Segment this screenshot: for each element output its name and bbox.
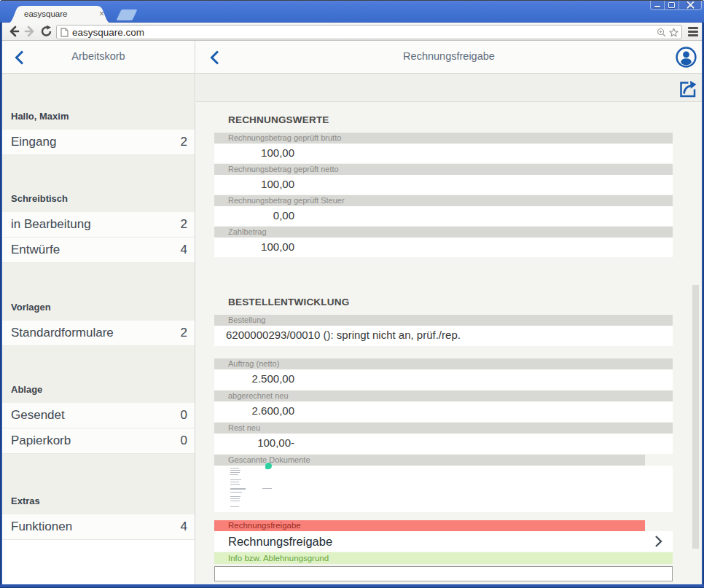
section-heading: RECHNUNGSWERTE xyxy=(228,114,702,127)
info-textarea[interactable] xyxy=(214,566,673,581)
sidebar-item[interactable]: Gesendet 0 xyxy=(2,403,195,428)
sidebar-item-label: Standardformulare xyxy=(11,326,114,340)
scan-text-line xyxy=(230,498,240,499)
field-value-row[interactable]: 2.600,00 xyxy=(214,401,673,422)
scan-text-line xyxy=(230,468,239,469)
sidebar-item[interactable]: Entwürfe 4 xyxy=(2,238,195,263)
form: RECHNUNGSWERTE Rechnungsbetrag geprüft b… xyxy=(196,102,702,581)
sidebar-item-count: 2 xyxy=(181,135,187,149)
sidebar-section-header: Hallo, Maxim xyxy=(2,74,195,130)
form-section: BESTELLENTWICKLUNG Bestellung 6200000293… xyxy=(196,258,702,581)
detail-header: Rechnungsfreigabe xyxy=(196,41,702,73)
field-value-row[interactable]: 2.500,00 xyxy=(214,369,673,390)
sidebar-item[interactable]: Eingang 2 xyxy=(2,130,195,155)
scan-text-line xyxy=(230,470,240,471)
menu-icon[interactable] xyxy=(688,27,698,36)
window-border-bottom xyxy=(0,584,704,588)
sidebar-item[interactable]: Standardformulare 2 xyxy=(2,321,195,346)
browser-titlebar[interactable]: easysquare × xyxy=(0,0,704,23)
maximize-button[interactable] xyxy=(664,1,678,9)
sidebar-item[interactable]: in Bearbeitung 2 xyxy=(2,212,195,238)
sidebar-item-label: Gesendet xyxy=(11,408,65,423)
page-icon xyxy=(60,28,69,37)
field-label-bar: Rechnungsbetrag geprüft netto xyxy=(214,164,673,175)
sidebar-item[interactable]: Papierkorb 0 xyxy=(2,428,195,454)
sidebar-item-count: 0 xyxy=(181,434,187,448)
star-icon[interactable] xyxy=(669,28,678,37)
field-label: Info bzw. Ablehnungsgrund xyxy=(228,554,329,562)
section-heading: BESTELLENTWICKLUNG xyxy=(228,297,702,309)
person-icon[interactable] xyxy=(676,47,697,68)
field-value-row[interactable]: 0,00 xyxy=(214,206,673,226)
scan-text-line xyxy=(230,506,239,507)
field-label-bar: Rechnungsbetrag geprüft Steuer xyxy=(214,195,673,206)
form-field: Rechnungsfreigabe Rechnungsfreigabe xyxy=(214,520,673,552)
app-body: Hallo, Maxim Eingang 2 Schreibtisch xyxy=(2,74,702,584)
back-icon[interactable] xyxy=(7,25,20,38)
field-label: Rechnungsfreigabe xyxy=(228,521,301,530)
form-field: Zahlbetrag 100,00 xyxy=(214,227,673,257)
minimize-icon xyxy=(654,6,660,7)
scrollbar-thumb[interactable] xyxy=(692,285,699,549)
field-value: 6200000293/00010 (): springt nicht an, p… xyxy=(226,329,461,341)
sidebar-section-header: Schreibtisch xyxy=(2,155,195,212)
field-value: 100,00 xyxy=(226,240,294,253)
field-value-row[interactable]: 100,00 xyxy=(214,144,673,163)
field-value: 2.500,00 xyxy=(226,372,294,385)
close-button[interactable] xyxy=(678,1,701,9)
field-label-bar: Zahlbetrag xyxy=(214,227,673,238)
sidebar-item[interactable]: Funktionen 4 xyxy=(2,514,195,540)
form-section: RECHNUNGSWERTE Rechnungsbetrag geprüft b… xyxy=(196,102,702,257)
scan-text-line xyxy=(230,482,239,482)
field-value: 100,00 xyxy=(226,146,294,159)
browser-tab[interactable]: easysquare × xyxy=(7,6,112,23)
sidebar-section: Extras Funktionen 4 xyxy=(2,454,195,540)
url-text: easysquare.com xyxy=(72,27,144,38)
reload-icon[interactable] xyxy=(40,25,53,38)
form-field: abgerechnet neu 2.600,00 xyxy=(214,391,673,422)
sidebar-section: Hallo, Maxim Eingang 2 xyxy=(2,74,195,155)
detail-toolbar xyxy=(196,74,702,102)
field-label-bar: Bestellung xyxy=(214,315,673,326)
sidebar-section-label: Schreibtisch xyxy=(11,193,68,204)
scan-text-line xyxy=(262,488,272,489)
field-value-row[interactable]: 100,00 xyxy=(214,175,673,195)
new-tab-button[interactable] xyxy=(117,9,138,20)
scan-text-line xyxy=(230,472,240,473)
zoom-icon[interactable] xyxy=(657,28,666,37)
sidebar-item-label: Papierkorb xyxy=(11,434,71,448)
sidebar-item-label: Entwürfe xyxy=(11,243,60,257)
scan-text-line xyxy=(230,492,242,493)
browser-window: easysquare × xyxy=(0,0,704,588)
field-label-bar: Rest neu xyxy=(214,423,673,434)
share-icon[interactable] xyxy=(676,77,697,98)
field-label-bar: Gescannte Dokumente xyxy=(214,455,645,466)
minimize-button[interactable] xyxy=(651,1,664,9)
scan-text-line xyxy=(230,479,241,480)
form-field: Auftrag (netto) 2.500,00 xyxy=(214,358,673,390)
field-label: Rechnungsbetrag geprüft netto xyxy=(228,165,339,173)
field-value-row[interactable]: 6200000293/00010 (): springt nicht an, p… xyxy=(214,326,673,346)
field-value: 100,00- xyxy=(226,436,294,449)
sidebar-item-label: Eingang xyxy=(11,135,56,149)
sidebar: Hallo, Maxim Eingang 2 Schreibtisch xyxy=(2,74,195,584)
sidebar-section-header: Vorlagen xyxy=(2,263,195,321)
field-value-row[interactable]: 100,00- xyxy=(214,434,673,454)
app-header: Arbeitskorb Rechnungsfreigabe xyxy=(2,41,702,74)
easysquare-app: Arbeitskorb Rechnungsfreigabe xyxy=(2,41,702,584)
form-field: Rechnungsbetrag geprüft Steuer 0,00 xyxy=(214,195,673,226)
form-field: Rechnungsbetrag geprüft brutto 100,00 xyxy=(214,133,673,163)
field-value-row[interactable]: Rechnungsfreigabe xyxy=(214,531,673,552)
scanned-document-thumbnail[interactable] xyxy=(214,466,673,512)
form-field: Bestellung 6200000293/00010 (): springt … xyxy=(214,315,673,346)
sidebar-item-count: 2 xyxy=(181,217,187,232)
window-border-left xyxy=(0,23,2,588)
sidebar-item-label: Funktionen xyxy=(11,520,72,534)
tab-close-icon[interactable]: × xyxy=(97,9,106,19)
forward-icon[interactable] xyxy=(23,25,36,38)
field-value: 2.600,00 xyxy=(226,404,294,417)
field-value: 0,00 xyxy=(226,209,294,222)
address-bar[interactable]: easysquare.com xyxy=(56,25,682,39)
field-value-row[interactable]: 100,00 xyxy=(214,238,673,257)
maximize-icon xyxy=(668,2,675,8)
